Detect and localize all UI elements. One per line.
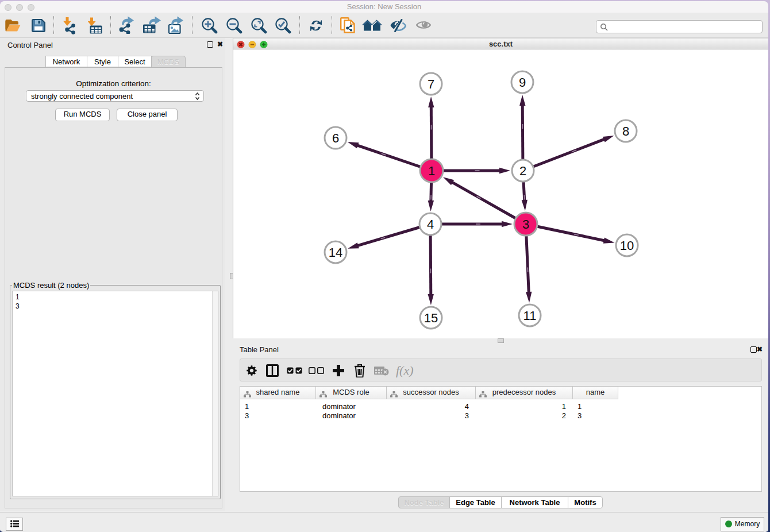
svg-text:7: 7 — [428, 77, 434, 91]
svg-text:14: 14 — [329, 245, 342, 260]
svg-text:6: 6 — [332, 131, 339, 145]
svg-text:2: 2 — [519, 164, 526, 178]
svg-text:15: 15 — [424, 311, 438, 325]
svg-text:11: 11 — [523, 309, 537, 323]
svg-text:4: 4 — [427, 217, 434, 232]
svg-text:10: 10 — [620, 238, 634, 253]
svg-text:8: 8 — [622, 124, 629, 138]
svg-text:1: 1 — [428, 164, 435, 178]
svg-text:9: 9 — [519, 75, 526, 90]
svg-text:3: 3 — [522, 217, 529, 232]
